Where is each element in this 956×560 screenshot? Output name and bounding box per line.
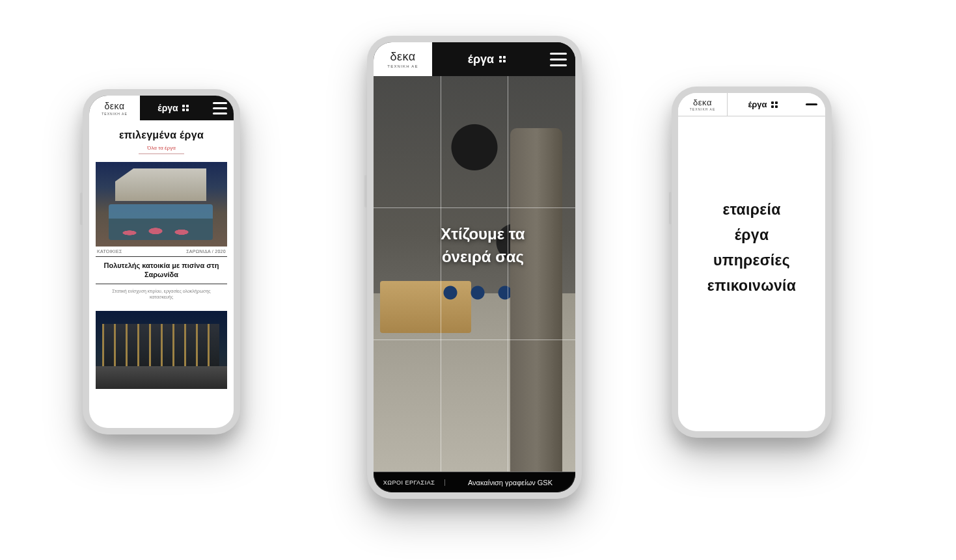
brand-sub: ΤΕΧΝΙΚΗ ΑΕ: [690, 107, 715, 111]
brand-name: δεκα: [105, 101, 125, 111]
hero-chairs: [439, 280, 517, 306]
project-card-1-locationyear: ΣΑΡΩΝΙΔΑ / 2020: [186, 249, 226, 254]
menu-item-services[interactable]: υπηρεσίες: [713, 252, 790, 269]
project-card-1-desc: Στατική ενίσχυση κτιρίου, εργασίες ολοκλ…: [96, 284, 227, 301]
nav-label-text: έργα: [157, 103, 178, 113]
content-scroll[interactable]: επιλεγμένα έργα Όλα τα έργα ΚΑΤΟΙΚΙΕΣ ΣΑ…: [89, 120, 234, 389]
page-title: επιλεγμένα έργα: [96, 129, 227, 141]
project-card-1-meta: ΚΑΤΟΙΚΙΕΣ ΣΑΡΩΝΙΔΑ / 2020: [96, 247, 227, 257]
project-card-1[interactable]: ΚΑΤΟΙΚΙΕΣ ΣΑΡΩΝΙΔΑ / 2020 Πολυτελής κατο…: [96, 162, 227, 300]
screen-hero: δεκα ΤΕΧΝΙΚΗ ΑΕ έργα Χτίζουμε τα όνειρά …: [374, 42, 575, 492]
menu-item-contact[interactable]: επικοινωνία: [707, 277, 796, 295]
project-card-1-image: [96, 162, 227, 247]
menu-item-projects[interactable]: έργα: [735, 226, 769, 244]
brand-name: δεκα: [693, 98, 712, 107]
brand-sub: ΤΕΧΝΙΚΗ ΑΕ: [387, 64, 418, 68]
brand-sub: ΤΕΧΝΙΚΗ ΑΕ: [102, 112, 127, 116]
grid-icon: [182, 105, 189, 111]
screen-menu-open: δεκα ΤΕΧΝΙΚΗ ΑΕ έργα εταιρεία έργα υπηρε…: [678, 93, 825, 431]
brand-logo[interactable]: δεκα ΤΕΧΝΙΚΗ ΑΕ: [374, 42, 432, 76]
brand-logo[interactable]: δεκα ΤΕΧΝΙΚΗ ΑΕ: [89, 96, 140, 120]
hero-slogan: Χτίζουμε τα όνειρά σας: [441, 224, 525, 269]
project-card-2-image: [96, 311, 227, 389]
grid-icon: [771, 101, 778, 108]
menu-item-company[interactable]: εταιρεία: [722, 201, 780, 219]
all-projects-link[interactable]: Όλα τα έργα: [139, 145, 184, 154]
hero-footer-bar: ΧΩΡΟΙ ΕΡΓΑΣΙΑΣ Ανακαίνιση γραφείων GSK: [374, 472, 575, 492]
project-card-1-title: Πολυτελής κατοικία με πισίνα στη Σαρωνίδ…: [96, 257, 227, 284]
hero-pillar: [510, 128, 562, 472]
project-card-2[interactable]: [96, 311, 227, 389]
menu-button[interactable]: [541, 42, 575, 76]
nav-projects-label[interactable]: έργα: [140, 96, 206, 120]
nav-label-text: έργα: [468, 53, 494, 66]
header-bar: δεκα ΤΕΧΝΙΚΗ ΑΕ έργα: [374, 42, 575, 76]
header-bar: δεκα ΤΕΧΝΙΚΗ ΑΕ έργα: [89, 96, 234, 120]
nav-label-text: έργα: [748, 100, 767, 109]
menu-button[interactable]: [206, 96, 234, 120]
screen-projects-list: δεκα ΤΕΧΝΙΚΗ ΑΕ έργα επιλεγμένα έργα Όλα…: [89, 96, 234, 428]
brand-logo[interactable]: δεκα ΤΕΧΝΙΚΗ ΑΕ: [678, 93, 728, 116]
hero-image[interactable]: Χτίζουμε τα όνειρά σας: [374, 76, 575, 472]
phone-mockup-projects-list: δεκα ΤΕΧΝΙΚΗ ΑΕ έργα επιλεγμένα έργα Όλα…: [83, 89, 240, 434]
brand-name: δεκα: [390, 50, 415, 64]
nav-projects-label[interactable]: έργα: [432, 42, 541, 76]
minus-icon: [806, 103, 817, 105]
main-menu: εταιρεία έργα υπηρεσίες επικοινωνία: [678, 116, 825, 431]
menu-close-button[interactable]: [798, 93, 825, 116]
phone-mockup-hero: δεκα ΤΕΧΝΙΚΗ ΑΕ έργα Χτίζουμε τα όνειρά …: [367, 36, 582, 499]
project-card-1-category: ΚΑΤΟΙΚΙΕΣ: [97, 249, 122, 254]
header-bar: δεκα ΤΕΧΝΙΚΗ ΑΕ έργα: [678, 93, 825, 116]
phone-mockup-menu-open: δεκα ΤΕΧΝΙΚΗ ΑΕ έργα εταιρεία έργα υπηρε…: [672, 87, 832, 438]
hero-footer-category[interactable]: ΧΩΡΟΙ ΕΡΓΑΣΙΑΣ: [374, 479, 445, 486]
grid-icon: [499, 56, 506, 62]
hero-footer-project[interactable]: Ανακαίνιση γραφείων GSK: [445, 479, 575, 487]
nav-projects-label[interactable]: έργα: [728, 93, 798, 116]
